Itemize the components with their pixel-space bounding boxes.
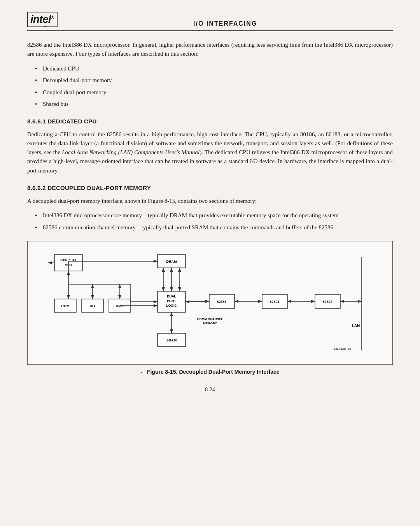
intel-logo: intel®: [27, 12, 58, 27]
svg-marker-51: [178, 268, 181, 272]
section1-paragraph: Dedicating a CPU to control the 82586 re…: [27, 130, 393, 175]
svg-marker-70: [170, 329, 173, 333]
list-item: Dedicated CPU: [35, 64, 393, 73]
svg-marker-45: [162, 268, 165, 272]
svg-text:COMM CHANNEL: COMM CHANNEL: [197, 317, 223, 321]
svg-marker-68: [340, 300, 344, 303]
svg-marker-54: [48, 261, 52, 264]
svg-marker-49: [170, 287, 173, 291]
section-heading-1: 8.6.6.1 DEDICATED CPU: [27, 118, 393, 125]
svg-marker-64: [311, 300, 315, 303]
section2-bullet-list: Intel386 DX microprocessor core memory –…: [35, 211, 393, 232]
svg-marker-62: [234, 300, 238, 303]
registered-mark: ®: [51, 15, 54, 20]
svg-marker-33: [91, 284, 94, 288]
svg-marker-39: [154, 300, 158, 303]
svg-marker-29: [67, 295, 70, 299]
svg-text:MEMORY: MEMORY: [203, 322, 217, 325]
intro-paragraph: 82586 and the Intel386 DX microprocessor…: [27, 40, 393, 59]
svg-marker-61: [258, 300, 262, 303]
svg-text:LAN: LAN: [352, 324, 360, 328]
intro-bullet-list: Dedicated CPU Decoupled dual-port memory…: [35, 64, 393, 109]
svg-marker-41: [154, 260, 158, 263]
svg-text:SRAM: SRAM: [166, 338, 177, 342]
list-item: Intel386 DX microprocessor core memory –…: [35, 211, 393, 220]
svg-marker-35: [118, 295, 121, 299]
svg-text:I/O: I/O: [90, 304, 95, 308]
page-header: intel® I/O INTERFACING: [27, 12, 393, 31]
svg-marker-59: [186, 300, 189, 303]
list-item: 82586 communication channel memory – typ…: [35, 223, 393, 232]
list-item: Shared bus: [35, 100, 393, 109]
header-title: I/O INTERFACING: [58, 20, 393, 27]
svg-text:DUAL: DUAL: [167, 294, 176, 298]
svg-marker-52: [178, 287, 181, 291]
svg-text:82586: 82586: [217, 300, 226, 304]
svg-marker-67: [358, 300, 362, 303]
caption-dash: -: [140, 369, 142, 375]
page-number: 8-24: [27, 387, 393, 393]
svg-marker-32: [91, 295, 94, 299]
svg-text:PORT: PORT: [167, 299, 176, 303]
diagram-svg: i386™ DX CPU ROM I/O DMA DRAM DUAL PORT …: [34, 249, 386, 358]
svg-text:82501: 82501: [270, 300, 279, 304]
svg-marker-65: [287, 300, 291, 303]
svg-text:231732|8-15: 231732|8-15: [334, 347, 351, 350]
svg-text:ROM: ROM: [61, 304, 70, 308]
svg-text:DMA: DMA: [116, 304, 124, 308]
svg-marker-56: [154, 304, 158, 307]
svg-marker-36: [118, 284, 121, 288]
svg-marker-48: [170, 268, 173, 272]
figure-box: i386™ DX CPU ROM I/O DMA DRAM DUAL PORT …: [27, 241, 393, 365]
list-item: Coupled dual-port memory: [35, 88, 393, 97]
caption-text: Figure 8-15. Decoupled Dual-Port Memory …: [147, 369, 280, 375]
figure-caption: - Figure 8-15. Decoupled Dual-Port Memor…: [27, 369, 393, 375]
svg-marker-58: [205, 300, 209, 303]
svg-marker-28: [67, 271, 70, 275]
section-heading-2: 8.6.6.2 DECOUPLED DUAL-PORT MEMORY: [27, 185, 393, 191]
list-item: Decoupled dual-port memory: [35, 76, 393, 85]
svg-marker-46: [162, 287, 165, 291]
section2-paragraph: A decoupled dual-port memory interface, …: [27, 197, 393, 206]
svg-text:LOGIC: LOGIC: [166, 304, 177, 308]
svg-text:82502: 82502: [322, 300, 332, 304]
svg-text:DRAM: DRAM: [166, 260, 177, 264]
svg-marker-71: [170, 312, 173, 316]
diagram: i386™ DX CPU ROM I/O DMA DRAM DUAL PORT …: [34, 249, 386, 358]
page: intel® I/O INTERFACING 82586 and the Int…: [0, 0, 420, 526]
